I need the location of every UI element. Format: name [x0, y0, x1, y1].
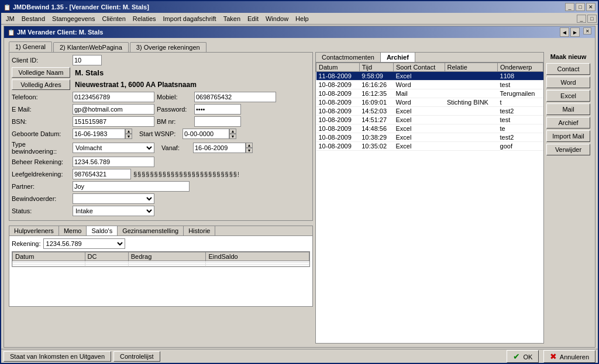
contact-row[interactable]: 10-08-200910:38:29Exceltest2 [316, 133, 543, 142]
mobiel-input[interactable] [194, 92, 276, 102]
contact-row[interactable]: 10-08-200916:16:26Wordtest [316, 81, 543, 89]
col-tijd[interactable]: Tijd [359, 63, 393, 72]
contact-row[interactable]: 11-08-20099:58:09Excel1108 [316, 72, 543, 81]
contact-button[interactable]: Contact [546, 63, 590, 75]
menu-taken[interactable]: Taken [220, 14, 244, 23]
menu-stamgegevens[interactable]: Stamgegevens [49, 14, 98, 23]
volledig-adres-button[interactable]: Volledig Adres [12, 79, 70, 90]
start-wsnp-spinbox: ▲ ▼ [183, 129, 236, 139]
bottom-tab-content: Rekening: 1234.56.789 Datum [9, 236, 312, 306]
contact-row[interactable]: 10-08-200914:48:56Excelte [316, 124, 543, 133]
menu-help[interactable]: Help [292, 14, 312, 23]
contact-row[interactable]: 10-08-200914:51:27Exceltest [316, 116, 543, 124]
vanaf-arrows: ▲ ▼ [246, 143, 253, 153]
maximize-button[interactable]: □ [576, 3, 585, 11]
status-bar: Staat van Inkomsten en Uitgaven Controle… [1, 349, 598, 363]
vanaf-down[interactable]: ▼ [246, 148, 253, 153]
contact-row[interactable]: 10-08-200910:35:02Excelgoof [316, 142, 543, 151]
contact-row[interactable]: 10-08-200916:12:35MailTerugmailen [316, 89, 543, 98]
vanaf-spinbox: ▲ ▼ [193, 143, 253, 153]
contact-row[interactable]: 10-08-200916:09:01WordStichting BINKt [316, 98, 543, 107]
staat-button[interactable]: Staat van Inkomsten en Uitgaven [4, 351, 111, 362]
password-input[interactable] [194, 104, 241, 115]
controlelijst-button[interactable]: Controlelijst [113, 351, 160, 362]
import-mail-button[interactable]: Import Mail [546, 130, 590, 142]
vanaf-label: Vanaf: [161, 144, 191, 151]
table-row[interactable] [13, 265, 309, 266]
contact-cell-onderwerp: test2 [498, 133, 543, 142]
geboorte-datum-input[interactable] [73, 129, 125, 139]
close-button[interactable]: ✕ [586, 3, 595, 11]
col-datum[interactable]: Datum [316, 63, 360, 72]
menu-jm[interactable]: JM [2, 14, 18, 23]
contact-row[interactable]: 10-08-200914:52:03Exceltest2 [316, 107, 543, 116]
col-soort[interactable]: Soort Contact [394, 63, 445, 72]
menu-relaties[interactable]: Relaties [129, 14, 160, 23]
menu-edit[interactable]: Edit [244, 14, 262, 23]
bottom-tab-area: Hulpverleners Memo Saldo's Gezinsamenste… [9, 226, 313, 307]
inner-restore-button[interactable]: □ [587, 15, 597, 23]
tab-general[interactable]: 1) General [9, 41, 52, 52]
annuleren-button[interactable]: ✖ Annuleren [543, 350, 595, 363]
geboorte-datum-spinbox: ▲ ▼ [73, 129, 132, 139]
inner-minimize-button[interactable]: _ [577, 15, 586, 23]
contact-table-wrap: Datum Tijd Soort Contact Relatie Onderwe… [316, 63, 543, 343]
contact-tab-strip: Contactmomenten Archief [316, 53, 543, 63]
beheer-input[interactable] [73, 157, 154, 167]
telefoon-input[interactable] [73, 92, 154, 102]
menu-import[interactable]: Import dagafschrift [160, 14, 220, 23]
partner-input[interactable] [73, 181, 190, 192]
contact-cell-soort: Excel [394, 142, 445, 151]
client-id-input[interactable] [73, 55, 102, 65]
client-address-display: Nieuwestraat 1, 6000 AA Plaatsnaam [75, 81, 197, 89]
archief-button[interactable]: Archief [546, 117, 590, 129]
tab-historie[interactable]: Historie [184, 226, 215, 235]
type-select[interactable]: Volmacht Bewind Curatele [73, 143, 154, 153]
vanaf-input[interactable] [193, 143, 246, 153]
right-top: Contactmomenten Archief Datum Tijd [315, 52, 590, 344]
nav-prev-button[interactable]: ◄ [560, 27, 569, 37]
email-input[interactable] [73, 104, 154, 115]
leefgeld-input[interactable] [73, 169, 131, 179]
leefgeld-dots: §§§§§§§§§§§§§§§§§§§§§§§§§§§§§§§§§§§ [133, 171, 239, 178]
vanaf-up[interactable]: ▲ [246, 143, 253, 148]
start-wsnp-down[interactable]: ▼ [229, 134, 236, 139]
contact-cell-relatie [445, 81, 498, 89]
bm-nr-input[interactable] [194, 116, 241, 127]
rekening-select[interactable]: 1234.56.789 [43, 238, 125, 249]
tab-archief[interactable]: Archief [381, 53, 415, 62]
minimize-button[interactable]: _ [565, 3, 574, 11]
tab-gezinsamenstelling[interactable]: Gezinsamenstelling [118, 226, 184, 235]
tab-memo[interactable]: Memo [59, 226, 87, 235]
geboorte-datum-down[interactable]: ▼ [125, 134, 132, 139]
nav-next-button[interactable]: ► [570, 27, 580, 37]
mail-button[interactable]: Mail [546, 103, 590, 115]
email-row: E Mail: Password: [12, 104, 310, 115]
ok-button[interactable]: ✔ OK [507, 350, 539, 363]
bewindvoerder-select[interactable] [73, 193, 154, 204]
verwijder-button[interactable]: Verwijder [546, 144, 590, 155]
tab-klantenwebpagina[interactable]: 2) KlantenWebPagina [53, 42, 129, 52]
left-panel: Client ID: Volledige Naam M. Stals Volle… [9, 52, 313, 344]
word-button[interactable]: Word [546, 77, 590, 88]
menu-window[interactable]: Window [262, 14, 292, 23]
telefoon-label: Telefoon: [12, 93, 70, 100]
tab-contactmomenten[interactable]: Contactmomenten [316, 53, 381, 62]
bsn-input[interactable] [73, 116, 154, 127]
start-wsnp-input[interactable] [183, 129, 229, 139]
col-onderwerp[interactable]: Onderwerp [498, 63, 543, 72]
menu-clienten[interactable]: Cliënten [98, 14, 129, 23]
excel-button[interactable]: Excel [546, 90, 590, 102]
geboorte-datum-up[interactable]: ▲ [125, 129, 132, 134]
tab-hulpverleners[interactable]: Hulpverleners [9, 226, 59, 235]
tab-overige-rekeningen[interactable]: 3) Overige rekeningen [130, 42, 206, 52]
subwindow-close-button[interactable]: ✕ [583, 27, 591, 34]
status-select[interactable]: Intake Actief Afgesloten [73, 206, 154, 216]
tab-saldos[interactable]: Saldo's [87, 226, 118, 235]
right-panel: Contactmomenten Archief Datum Tijd [315, 52, 590, 344]
volledige-naam-button[interactable]: Volledige Naam [12, 67, 70, 78]
col-relatie[interactable]: Relatie [445, 63, 498, 72]
cancel-x-icon: ✖ [550, 352, 557, 361]
menu-bestand[interactable]: Bestand [18, 14, 49, 23]
start-wsnp-up[interactable]: ▲ [229, 129, 236, 134]
